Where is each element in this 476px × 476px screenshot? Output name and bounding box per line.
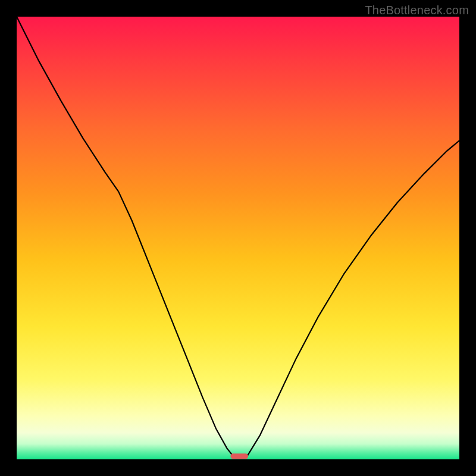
plot-area bbox=[17, 17, 459, 459]
chart-frame: TheBottleneck.com bbox=[0, 0, 476, 476]
watermark-text: TheBottleneck.com bbox=[365, 4, 469, 17]
optimum-marker bbox=[230, 453, 248, 459]
gradient-background bbox=[17, 17, 459, 459]
